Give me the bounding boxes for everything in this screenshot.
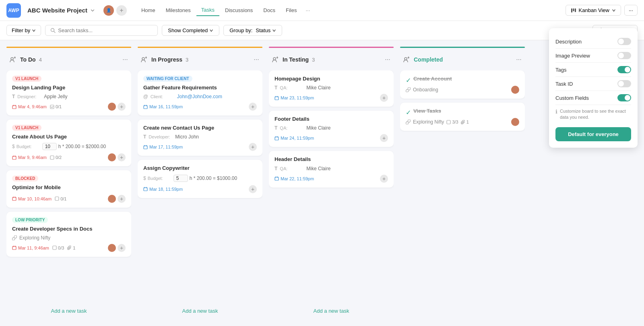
card-footer: Mar 17, 11:59pm +	[143, 143, 257, 151]
checklist-count: 0/3	[52, 246, 64, 250]
add-avatar-btn[interactable]: +	[380, 175, 388, 183]
card-footer: Mar 16, 11:59pm +	[143, 103, 257, 111]
col-more-intesting[interactable]: ···	[383, 55, 392, 64]
nav-tabs: Home Milestones Tasks Discussions Docs F…	[136, 4, 313, 16]
nav-discussions[interactable]: Discussions	[220, 5, 258, 16]
svg-rect-34	[144, 188, 147, 191]
search-input[interactable]	[58, 27, 138, 33]
add-user-icon-todo[interactable]	[8, 55, 17, 64]
toggle-description[interactable]	[617, 38, 631, 45]
nav-tasks[interactable]: Tasks	[196, 4, 219, 16]
add-avatar-btn[interactable]: +	[118, 103, 126, 111]
toggle-image-preview[interactable]	[617, 52, 631, 59]
group-by-button[interactable]: Group by: Status	[223, 25, 282, 36]
card-sub: Exploring Nifty	[12, 235, 126, 241]
svg-rect-12	[50, 105, 54, 109]
kanban-view-button[interactable]: Kanban View	[566, 5, 621, 16]
svg-point-6	[11, 58, 13, 60]
tag-v1-launch: V1 LAUNCH	[12, 76, 41, 82]
calendar-icon	[143, 145, 148, 149]
top-right: Kanban View ···	[566, 5, 638, 16]
budget-input[interactable]	[173, 175, 188, 182]
card-title: Assign Copywriter	[143, 165, 257, 172]
add-avatar-btn[interactable]: +	[118, 153, 126, 161]
add-task-intesting[interactable]: Add a new task	[269, 304, 394, 318]
checklist-icon	[446, 120, 451, 124]
add-user-icon-inprogress[interactable]	[139, 55, 148, 64]
more-options-button[interactable]: ···	[624, 5, 638, 16]
card-title: Design Landing Page	[12, 84, 126, 91]
card-field-qa: T QA: Mike Claire	[275, 166, 388, 171]
card-avatars: +	[108, 103, 126, 111]
svg-rect-52	[447, 120, 450, 124]
add-avatar-btn[interactable]: +	[118, 244, 126, 252]
card-footer: Mar 24, 11:59pm +	[275, 134, 388, 142]
add-member-icon[interactable]: +	[116, 5, 127, 16]
col-actions-intesting: ···	[383, 55, 392, 64]
search-box[interactable]	[45, 25, 158, 36]
add-avatar-btn[interactable]: +	[249, 103, 257, 111]
card-title: Gather Feature Requirements	[143, 84, 257, 91]
col-more-inprogress[interactable]: ···	[252, 55, 261, 64]
add-task-todo[interactable]: Add a new task	[6, 304, 131, 318]
avatar	[108, 103, 116, 111]
filterbar: Filter by Show Completed Group by: Statu…	[0, 21, 644, 40]
chevron-down-icon[interactable]	[90, 8, 95, 13]
avatar	[511, 86, 519, 94]
avatar	[108, 244, 116, 252]
card-footer: Mar 9, 9:46am 0/2 +	[12, 153, 126, 161]
column-todo: To Do 4 ··· V1 LAUNCH Design Landing Pag…	[6, 47, 131, 318]
budget-input[interactable]	[42, 143, 57, 150]
add-avatar-btn[interactable]: +	[249, 185, 257, 193]
col-bar-todo	[6, 47, 131, 48]
panel-row-task-id: Task ID	[555, 77, 631, 91]
checklist-count: 0/1	[50, 104, 62, 109]
add-avatar-btn[interactable]: +	[380, 94, 388, 102]
col-more-todo[interactable]: ···	[121, 55, 130, 64]
col-header-todo: To Do 4 ···	[6, 52, 131, 67]
card-field-developer: T Developer: Micro John	[143, 134, 257, 140]
add-task-inprogress[interactable]: Add a new task	[138, 304, 262, 318]
col-header-intesting: In Testing 3 ···	[269, 52, 394, 67]
default-for-everyone-button[interactable]: Default for everyone	[555, 127, 631, 141]
nav-docs[interactable]: Docs	[258, 5, 280, 16]
card-title: Create new Contact Us Page	[143, 124, 257, 132]
col-more-completed[interactable]: ···	[514, 55, 523, 64]
col-actions-completed: ···	[514, 55, 523, 64]
card-avatars: +	[108, 195, 126, 203]
card-title: Footer Details	[275, 116, 388, 123]
tag-blocked: BLOCKED	[12, 175, 38, 182]
nav-home[interactable]: Home	[136, 5, 160, 16]
show-completed-button[interactable]: Show Completed	[162, 25, 219, 36]
add-avatar-btn[interactable]: +	[380, 134, 388, 142]
avatar	[108, 153, 116, 161]
add-user-icon-intesting[interactable]	[270, 55, 279, 64]
card-sub: Onboarding	[406, 86, 519, 94]
add-avatar-btn[interactable]: +	[118, 195, 126, 203]
toggle-task-id[interactable]	[617, 80, 631, 87]
completed-task-header: ✓ View Tasks	[406, 107, 519, 117]
cards-inprogress: WAITING FOR CLIENT Gather Feature Requir…	[138, 70, 262, 304]
check-icon: ✓	[406, 109, 411, 116]
card-sub: Exploring Nifty 3/3 1	[406, 118, 519, 126]
card-date: Mar 16, 11:59pm	[143, 104, 183, 109]
card-avatars	[511, 118, 519, 126]
nav-files[interactable]: Files	[281, 5, 301, 16]
card-footer: Mar 23, 11:59pm +	[275, 94, 388, 102]
card-footer: Mar 22, 11:59pm +	[275, 175, 388, 183]
svg-point-49	[405, 58, 407, 60]
attachment-count: 1	[67, 246, 75, 250]
nav-milestones[interactable]: Milestones	[161, 5, 196, 16]
filter-by-button[interactable]: Filter by	[6, 25, 41, 36]
card-date: Mar 4, 9:46am	[12, 104, 47, 109]
search-icon	[50, 28, 56, 33]
attachment-icon	[461, 120, 465, 124]
nav-more-icon[interactable]: ···	[302, 6, 313, 15]
toggle-tags[interactable]	[617, 66, 631, 73]
add-user-icon-completed[interactable]	[402, 55, 411, 64]
link-icon	[406, 120, 411, 124]
add-avatar-btn[interactable]: +	[249, 143, 257, 151]
svg-rect-28	[144, 105, 147, 109]
toggle-custom-fields[interactable]	[617, 94, 631, 101]
completed-task-header: ✓ Create Account	[406, 75, 519, 85]
